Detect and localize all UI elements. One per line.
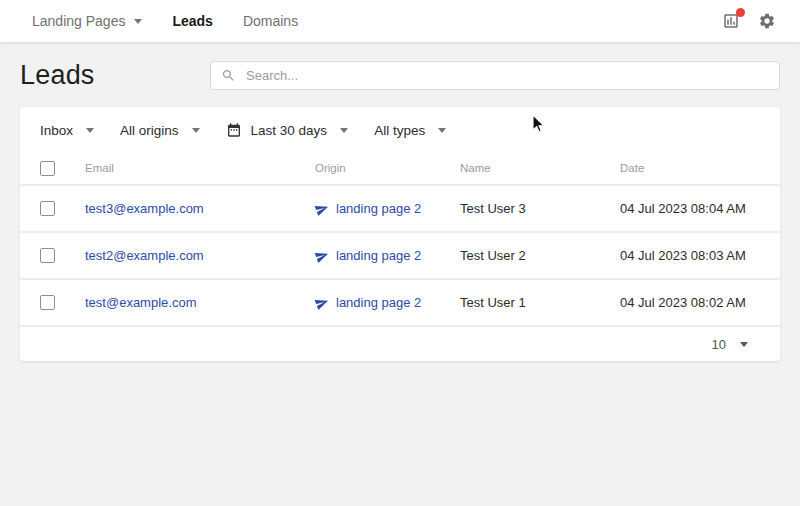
select-all-checkbox[interactable] <box>40 161 55 176</box>
lead-date: 04 Jul 2023 08:02 AM <box>620 295 780 310</box>
paper-plane-icon <box>313 294 331 312</box>
lead-name: Test User 3 <box>460 201 620 216</box>
origin-link[interactable]: landing page 2 <box>336 248 421 263</box>
column-header-name: Name <box>460 162 620 174</box>
search-input[interactable] <box>246 68 769 83</box>
lead-date: 04 Jul 2023 08:03 AM <box>620 248 780 263</box>
filter-label: All types <box>374 123 425 138</box>
page-size-select[interactable]: 10 <box>712 337 748 352</box>
lead-email-link[interactable]: test@example.com <box>85 295 196 310</box>
table-row: test3@example.com landing page 2 Test Us… <box>20 186 780 233</box>
page-size-value: 10 <box>712 337 726 352</box>
lead-name: Test User 1 <box>460 295 620 310</box>
table-row: test2@example.com landing page 2 Test Us… <box>20 233 780 280</box>
chevron-down-icon <box>340 128 348 133</box>
gear-icon[interactable] <box>758 12 776 30</box>
table-header-row: Email Origin Name Date <box>20 152 780 186</box>
nav-item-label: Landing Pages <box>32 13 125 29</box>
chevron-down-icon <box>192 128 200 133</box>
filter-bar: Inbox All origins Last 30 days All types <box>20 107 780 152</box>
analytics-icon[interactable] <box>722 12 740 30</box>
table-row: test@example.com landing page 2 Test Use… <box>20 280 780 327</box>
notification-badge <box>736 8 745 17</box>
chevron-down-icon <box>86 128 94 133</box>
page-header: Leads <box>0 42 800 107</box>
paper-plane-icon <box>313 247 331 265</box>
table-footer: 10 <box>20 327 780 361</box>
chevron-down-icon <box>134 19 142 24</box>
lead-email-link[interactable]: test2@example.com <box>85 248 204 263</box>
filter-label: Last 30 days <box>251 123 328 138</box>
row-checkbox[interactable] <box>40 295 55 310</box>
column-header-date: Date <box>620 162 780 174</box>
nav-item-label: Leads <box>172 13 212 29</box>
calendar-icon <box>226 122 242 138</box>
search-box[interactable] <box>210 61 780 90</box>
filter-label: Inbox <box>40 123 73 138</box>
nav-item-label: Domains <box>243 13 298 29</box>
lead-date: 04 Jul 2023 08:04 AM <box>620 201 780 216</box>
top-navigation: Landing Pages Leads Domains <box>0 0 800 42</box>
nav-item-leads[interactable]: Leads <box>172 13 212 29</box>
leads-card: Inbox All origins Last 30 days All types… <box>20 107 780 361</box>
row-checkbox[interactable] <box>40 201 55 216</box>
lead-name: Test User 2 <box>460 248 620 263</box>
page-title: Leads <box>20 60 95 91</box>
origin-link[interactable]: landing page 2 <box>336 295 421 310</box>
column-header-email: Email <box>85 162 315 174</box>
column-header-origin: Origin <box>315 162 460 174</box>
origin-link[interactable]: landing page 2 <box>336 201 421 216</box>
chevron-down-icon <box>740 342 748 347</box>
lead-email-link[interactable]: test3@example.com <box>85 201 204 216</box>
chevron-down-icon <box>438 128 446 133</box>
filter-label: All origins <box>120 123 179 138</box>
filter-types[interactable]: All types <box>374 123 446 138</box>
filter-inbox[interactable]: Inbox <box>40 123 94 138</box>
row-checkbox[interactable] <box>40 248 55 263</box>
filter-origins[interactable]: All origins <box>120 123 200 138</box>
nav-item-domains[interactable]: Domains <box>243 13 298 29</box>
paper-plane-icon <box>313 200 331 218</box>
nav-item-landing-pages[interactable]: Landing Pages <box>32 13 142 29</box>
filter-date-range[interactable]: Last 30 days <box>226 122 349 138</box>
search-icon <box>221 68 236 83</box>
